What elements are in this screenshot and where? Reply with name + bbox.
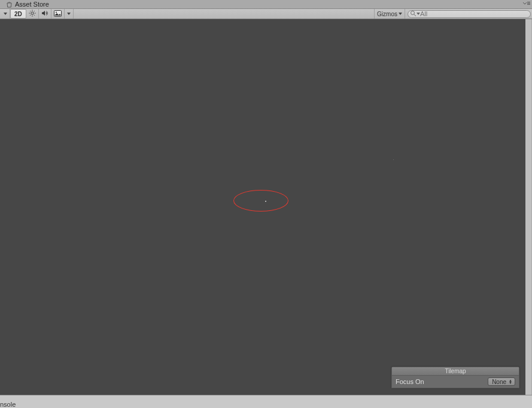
gizmos-dropdown[interactable]: Gizmos — [374, 9, 405, 19]
scene-toolbar: 2D — [0, 9, 532, 19]
svg-rect-0 — [527, 2, 530, 2]
svg-line-15 — [414, 14, 416, 16]
svg-line-10 — [30, 15, 31, 16]
shopping-bag-icon — [6, 1, 13, 8]
svg-point-14 — [411, 11, 415, 14]
scene-view[interactable]: Tilemap Focus On None ▲▼ — [0, 19, 526, 395]
bottom-panel-bar: nsole — [0, 395, 532, 408]
svg-rect-2 — [527, 4, 530, 5]
window-tab-bar: Asset Store — [0, 0, 532, 9]
scene-marker — [393, 159, 394, 160]
svg-rect-1 — [527, 3, 530, 4]
speaker-icon — [41, 10, 48, 18]
svg-point-13 — [56, 11, 57, 13]
tilemap-title: Tilemap — [392, 367, 519, 376]
search-icon — [410, 10, 417, 18]
tilemap-focus-row: Focus On None ▲▼ — [392, 376, 519, 388]
svg-line-9 — [34, 15, 35, 16]
tab-label: Asset Store — [15, 1, 49, 8]
sun-icon — [29, 10, 36, 18]
tab-console[interactable]: nsole — [0, 400, 17, 408]
toggle-2d[interactable]: 2D — [10, 9, 26, 19]
scene-marker — [265, 201, 266, 202]
gizmos-label: Gizmos — [377, 11, 397, 17]
scene-search-input[interactable] — [420, 10, 522, 17]
tilemap-overlay: Tilemap Focus On None ▲▼ — [391, 367, 519, 388]
tilemap-focus-label: Focus On — [396, 378, 424, 385]
tab-asset-store[interactable]: Asset Store — [2, 0, 53, 8]
vertical-scrollbar[interactable] — [525, 19, 531, 395]
toggle-lighting[interactable] — [26, 9, 39, 19]
shading-mode-dropdown[interactable] — [1, 9, 10, 19]
svg-line-11 — [34, 11, 35, 11]
toggle-2d-label: 2D — [14, 11, 22, 17]
tab-console-label: nsole — [0, 401, 16, 408]
up-down-icon: ▲▼ — [509, 379, 512, 384]
effects-dropdown[interactable] — [65, 9, 74, 19]
tilemap-focus-dropdown[interactable]: None ▲▼ — [488, 377, 515, 386]
svg-point-3 — [31, 12, 34, 14]
panel-options-icon[interactable] — [522, 1, 531, 8]
annotation-ellipse — [233, 190, 288, 211]
chevron-down-icon — [399, 12, 402, 16]
toggle-audio[interactable] — [39, 9, 51, 19]
tilemap-focus-value: None — [492, 379, 506, 385]
toggle-effects[interactable] — [51, 9, 65, 19]
scene-search[interactable] — [408, 10, 531, 18]
svg-line-8 — [30, 11, 31, 11]
image-icon — [54, 10, 62, 18]
